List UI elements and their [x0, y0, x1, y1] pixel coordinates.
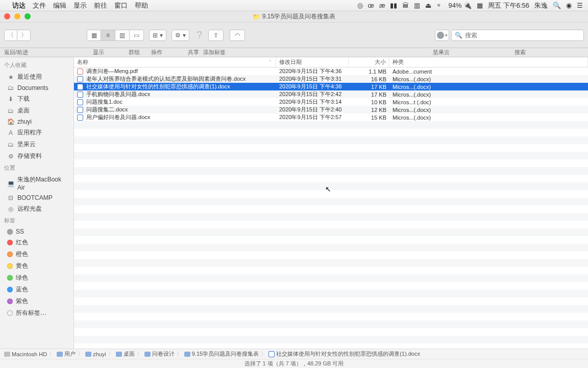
sidebar-item-fav-5[interactable]: A应用程序 — [0, 127, 74, 139]
sidebar-icon: ◎ — [7, 205, 14, 213]
file-row[interactable]: 问题搜集二.docx2020年9月15日 下午2:4012 KBMicros..… — [74, 106, 588, 113]
spotlight-icon[interactable]: 🔍 — [553, 2, 561, 9]
tags-button[interactable]: ◠ — [230, 30, 245, 41]
status-icon-5[interactable]: 🏛 — [402, 2, 409, 9]
path-item-0[interactable]: Macintosh HD — [4, 351, 47, 357]
sidebar-tag-6[interactable]: 紫色 — [0, 295, 74, 307]
file-row[interactable]: 手机购物问卷及问题.docx2020年9月15日 下午2:4217 KBMicr… — [74, 90, 588, 98]
view-label: 显示 — [93, 49, 104, 56]
sidebar-tag-2[interactable]: 橙色 — [0, 248, 74, 260]
sidebar-item-fav-0[interactable]: ★最近使用 — [0, 71, 74, 83]
view-icons-button[interactable]: ▦ — [87, 30, 101, 41]
status-bar: 选择了 1 项（共 7 项），48.29 GB 可用 — [0, 359, 588, 368]
path-item-5[interactable]: 9.15学员问题及问卷搜集表 — [184, 350, 259, 358]
app-name[interactable]: 访达 — [12, 1, 26, 10]
column-size[interactable]: 大小 — [349, 57, 389, 67]
minimize-button[interactable] — [14, 13, 20, 19]
search-field[interactable]: 🔍 — [451, 30, 584, 41]
sidebar-tag-5[interactable]: 蓝色 — [0, 284, 74, 295]
file-row[interactable]: 老年人对医养结合养老模式的认知态度及影响因素调查问卷.docx2020年9月15… — [74, 75, 588, 83]
sidebar-item-loc-1[interactable]: ⊟BOOTCAMP — [0, 193, 74, 203]
window-titlebar[interactable]: 📁 9.15学员问题及问卷搜集表 — [0, 11, 588, 22]
path-label: 问卷设计 — [152, 350, 175, 358]
sidebar-tag-3[interactable]: 黄色 — [0, 260, 74, 272]
share-button[interactable]: ⇪ — [208, 30, 224, 41]
file-kind: Micros...(.docx) — [389, 91, 588, 98]
menu-window[interactable]: 窗口 — [114, 1, 128, 10]
sidebar-item-fav-1[interactable]: 🗂Documents — [0, 83, 74, 93]
sidebar-tag-0[interactable]: SS — [0, 226, 74, 237]
sidebar-icon: 🗂 — [7, 141, 14, 148]
file-size: 16 KB — [349, 76, 389, 82]
sidebar-item-fav-6[interactable]: 🗂坚果云 — [0, 139, 74, 150]
action-menu[interactable]: ⚙▾ — [172, 30, 189, 41]
menu-edit[interactable]: 编辑 — [53, 1, 66, 10]
column-name[interactable]: 名称˄ — [74, 57, 276, 67]
menu-view[interactable]: 显示 — [74, 1, 87, 10]
column-kind[interactable]: 种类 — [389, 57, 588, 67]
view-list-button[interactable]: ≡ — [101, 30, 115, 41]
tag-dot-icon — [7, 229, 13, 235]
path-item-3[interactable]: 桌面 — [116, 350, 135, 358]
file-rows[interactable]: 调查问卷—Meng.pdf2020年9月15日 下午4:361.1 MBAdob… — [74, 67, 588, 349]
help-icon[interactable]: ? — [197, 29, 202, 41]
path-icon — [85, 352, 91, 357]
menu-help[interactable]: 帮助 — [135, 1, 148, 10]
path-item-4[interactable]: 问卷设计 — [144, 350, 175, 358]
file-icon — [77, 84, 83, 90]
sidebar-item-fav-2[interactable]: ⬇下载 — [0, 93, 74, 105]
sidebar-item-loc-0[interactable]: 💻朱逸的MacBook Air — [0, 174, 74, 193]
status-icon-3[interactable]: æ — [379, 2, 385, 9]
status-icon-6[interactable]: ▥ — [414, 2, 420, 9]
system-menubar: 访达 文件 编辑 显示 前往 窗口 帮助 ◎ œ æ ▮▮ 🏛 ▥ ⏏ ᯤ 94… — [0, 0, 588, 11]
path-label: 社交媒体使用与针对女性的性别犯罪恐惧感的调查(1).docx — [276, 350, 420, 358]
view-gallery-button[interactable]: ▭ — [130, 30, 144, 41]
wifi-icon[interactable]: ᯤ — [436, 2, 443, 9]
sidebar-item-loc-2[interactable]: ◎远程光盘 — [0, 203, 74, 215]
sidebar-tag-4[interactable]: 绿色 — [0, 272, 74, 284]
sidebar-item-label: Documents — [17, 84, 48, 91]
path-item-1[interactable]: 用户 — [57, 350, 76, 358]
forward-button[interactable]: 〉 — [17, 30, 31, 41]
path-bar: Macintosh HD〉用户〉zhuyi〉桌面〉问卷设计〉9.15学员问题及问… — [0, 349, 588, 359]
sidebar-item-fav-4[interactable]: 🏠zhuyi — [0, 117, 74, 127]
close-button[interactable] — [4, 13, 10, 19]
file-kind: Micros...(.docx) — [389, 84, 588, 90]
user-name[interactable]: 朱逸 — [534, 1, 548, 10]
zoom-button[interactable] — [24, 13, 31, 19]
path-item-2[interactable]: zhuyi — [85, 351, 106, 357]
chevron-down-icon: ▾ — [445, 33, 448, 38]
sidebar-tag-7[interactable]: 所有标签… — [0, 307, 74, 319]
clock[interactable]: 周五 下午6:56 — [488, 1, 529, 10]
battery-status[interactable]: 94% 🔌 — [448, 2, 472, 9]
view-columns-button[interactable]: ▥ — [115, 30, 130, 41]
status-icon-eject[interactable]: ⏏ — [425, 2, 431, 9]
status-icon-1[interactable]: ◎ — [357, 2, 363, 9]
menu-go[interactable]: 前往 — [94, 1, 107, 10]
path-item-6[interactable]: 社交媒体使用与针对女性的性别犯罪恐惧感的调查(1).docx — [268, 350, 420, 358]
sidebar-item-label: 下载 — [17, 95, 30, 103]
path-label: 桌面 — [124, 350, 135, 358]
sidebar-item-fav-7[interactable]: ⚙存储资料 — [0, 150, 74, 162]
file-row[interactable]: 调查问卷—Meng.pdf2020年9月15日 下午4:361.1 MBAdob… — [74, 67, 588, 75]
group-menu[interactable]: ⊞▾ — [149, 30, 166, 41]
status-icon-2[interactable]: œ — [368, 2, 374, 9]
menu-file[interactable]: 文件 — [33, 1, 46, 10]
status-icon-4[interactable]: ▮▮ — [390, 2, 397, 9]
sidebar-item-label: 蓝色 — [16, 285, 28, 294]
sidebar-tag-1[interactable]: 红色 — [0, 237, 74, 248]
file-row[interactable]: 社交媒体使用与针对女性的性别犯罪恐惧感的调查(1).docx2020年9月15日… — [74, 83, 588, 90]
search-input[interactable] — [465, 32, 580, 39]
file-row[interactable]: 用户偏好问卷及问题.docx2020年9月15日 下午2:5715 KBMicr… — [74, 113, 588, 121]
share-icon: ⇪ — [213, 32, 218, 39]
cloud-label: 坚果云 — [433, 49, 450, 56]
notification-center-icon[interactable]: ☰ — [577, 2, 583, 9]
sidebar-item-fav-3[interactable]: 🗂桌面 — [0, 105, 74, 117]
calendar-icon[interactable]: ▦ — [477, 2, 483, 9]
siri-icon[interactable]: ◉ — [566, 2, 572, 9]
cloud-button[interactable]: ▾ — [435, 30, 449, 41]
file-row[interactable]: 问题搜集1.doc2020年9月15日 下午3:1410 KBMicros...… — [74, 98, 588, 106]
back-button[interactable]: 〈 — [4, 30, 17, 41]
menubar-right: ◎ œ æ ▮▮ 🏛 ▥ ⏏ ᯤ 94% 🔌 ▦ 周五 下午6:56 朱逸 🔍 … — [357, 1, 583, 10]
column-date[interactable]: 修改日期 — [276, 57, 349, 67]
